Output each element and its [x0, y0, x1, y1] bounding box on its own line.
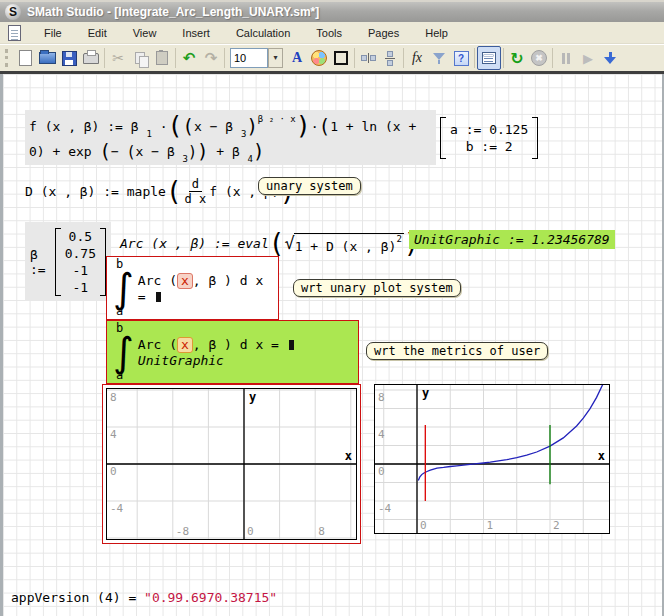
plot-area[interactable]: -808840-4yx: [106, 388, 357, 540]
menu-item-view[interactable]: View: [120, 24, 170, 42]
toolbar-separator: [175, 48, 176, 68]
menu-item-edit[interactable]: Edit: [75, 24, 120, 42]
menu-item-tools[interactable]: Tools: [303, 24, 355, 42]
error-variable-x[interactable]: x: [177, 337, 193, 353]
toolbar-separator: [403, 48, 404, 68]
beta-values: 0.50.75-1-1: [65, 228, 96, 296]
pause-icon[interactable]: [555, 47, 577, 69]
stop-icon[interactable]: ✖: [528, 47, 550, 69]
copy-icon[interactable]: [129, 47, 151, 69]
svg-text:y: y: [249, 390, 256, 404]
step-icon[interactable]: [599, 47, 621, 69]
svg-text:4: 4: [378, 428, 385, 441]
integral-unitgraphic[interactable]: b ∫ a Arc (x, β ) d x = UnitGraphic: [106, 320, 359, 384]
menu-item-calculation[interactable]: Calculation: [223, 24, 303, 42]
appversion-result[interactable]: appVersion (4) = "0.99.6970.38715": [11, 590, 277, 605]
print-icon[interactable]: [80, 47, 102, 69]
refresh-icon[interactable]: ↻: [506, 47, 528, 69]
formula-d-pre: D (x , β) := maple: [25, 184, 166, 199]
left-bracket: [440, 117, 446, 159]
toolbar-separator: [503, 48, 504, 68]
svg-text:-4: -4: [110, 502, 124, 515]
new-icon[interactable]: [14, 47, 36, 69]
menu-item-help[interactable]: Help: [412, 24, 461, 42]
worksheet[interactable]: f (x , β) := β 1 ·((x − β 3)β ₂ · x)·(1 …: [0, 74, 664, 616]
title-bar: S SMath Studio - [Integrate_Arc_Length_U…: [0, 0, 664, 22]
toolbar-separator: [354, 48, 355, 68]
align-vertical-icon[interactable]: [379, 47, 401, 69]
toolbar-separator: [474, 48, 475, 68]
menu-items: FileEditViewInsertCalculationToolsPagesH…: [31, 24, 461, 42]
beta-vector-definition[interactable]: β := 0.50.75-1-1: [25, 222, 111, 301]
sidebar-toggle-icon[interactable]: [477, 46, 501, 70]
plot-function-curve[interactable]: 012840-4yx: [374, 384, 610, 534]
result-placeholder: [156, 292, 161, 302]
redo-icon[interactable]: ↷: [200, 47, 222, 69]
play-icon[interactable]: ▶: [577, 47, 599, 69]
font-color-icon[interactable]: A: [286, 47, 308, 69]
error-variable-x[interactable]: x: [177, 273, 193, 289]
cut-icon[interactable]: ✂: [107, 47, 129, 69]
palette-icon[interactable]: [308, 47, 330, 69]
label-wrt-unary-plot-system[interactable]: wrt unary plot system: [293, 279, 461, 297]
menu-bar: FileEditViewInsertCalculationToolsPagesH…: [0, 22, 664, 44]
svg-text:0: 0: [110, 465, 117, 478]
svg-text:-4: -4: [378, 502, 392, 515]
open-paren: (: [269, 228, 285, 258]
left-bracket: [55, 228, 61, 296]
border-icon[interactable]: [330, 47, 352, 69]
svg-text:0: 0: [247, 525, 254, 538]
toolbar: ✂ ↶ ↷ 10 ▾ A fx ? ↻ ✖ ▶: [0, 44, 664, 71]
svg-text:2: 2: [553, 519, 560, 532]
menu-item-pages[interactable]: Pages: [355, 24, 412, 42]
document-icon[interactable]: [8, 25, 21, 41]
beta-matrix: 0.50.75-1-1: [55, 228, 106, 296]
open-icon[interactable]: [36, 47, 58, 69]
paste-icon[interactable]: [151, 47, 173, 69]
window-title: SMath Studio - [Integrate_Arc_Length_UNA…: [27, 5, 319, 19]
save-icon[interactable]: [58, 47, 80, 69]
align-horizontal-icon[interactable]: [357, 47, 379, 69]
ab-bounds-lines: a := 0.125b := 2: [450, 121, 528, 155]
font-size-combo[interactable]: 10 ▾: [230, 48, 283, 68]
formula-f-definition[interactable]: f (x , β) := β 1 ·((x − β 3)β ₂ · x)·(1 …: [25, 110, 436, 165]
right-bracket: [532, 117, 538, 159]
beta-lhs: β :=: [30, 247, 51, 277]
menu-item-file[interactable]: File: [31, 24, 75, 42]
label-wrt-metrics-of-user[interactable]: wrt the metrics of user: [366, 342, 548, 360]
integral-unary[interactable]: b ∫ a Arc (x, β ) d x =: [106, 256, 279, 320]
plot-unary-empty[interactable]: -808840-4yx: [102, 384, 361, 544]
ab-bounds-system[interactable]: a := 0.125b := 2: [440, 117, 538, 159]
filter-icon[interactable]: [428, 47, 450, 69]
svg-text:0: 0: [420, 519, 427, 532]
svg-text:0: 0: [378, 465, 385, 478]
formula-arc-definition[interactable]: Arc (x , β) := eval ( √ 1 + D (x , β)2 ): [120, 228, 419, 258]
derivative-fraction: d d x: [185, 177, 207, 206]
menu-item-insert[interactable]: Insert: [169, 24, 223, 42]
integral-sign: b ∫ a: [113, 259, 134, 317]
svg-text:8: 8: [318, 525, 325, 538]
unit-graphic-definition[interactable]: UnitGraphic := 1.23456789: [409, 230, 615, 249]
svg-text:4: 4: [110, 428, 117, 441]
appversion-lhs: appVersion (4) =: [11, 590, 144, 605]
undo-icon[interactable]: ↶: [178, 47, 200, 69]
sqrt-radicand: 1 + D (x , β)2: [294, 233, 404, 254]
toolbar-separator: [552, 48, 553, 68]
svg-text:1: 1: [487, 519, 494, 532]
label-unary-system[interactable]: unary system: [258, 177, 361, 195]
svg-text:x: x: [598, 449, 605, 463]
toolbar-separator: [104, 48, 105, 68]
formula-arc-pre: Arc (x , β) := eval: [120, 236, 269, 251]
help-icon[interactable]: ?: [450, 47, 472, 69]
chevron-down-icon[interactable]: ▾: [268, 48, 283, 68]
font-size-value[interactable]: 10: [230, 48, 268, 68]
function-icon[interactable]: fx: [406, 47, 428, 69]
integral-sign: b ∫ a: [113, 323, 134, 381]
formula-d-definition[interactable]: D (x , β) := maple ( d d x f (x , β) ): [25, 172, 295, 210]
svg-text:8: 8: [110, 391, 117, 404]
plot-area[interactable]: 012840-4yx: [374, 384, 610, 534]
result-placeholder: [289, 340, 294, 350]
svg-text:-8: -8: [176, 525, 189, 538]
toolbar-grip[interactable]: [5, 49, 11, 67]
appversion-value: "0.99.6970.38715": [144, 590, 277, 605]
